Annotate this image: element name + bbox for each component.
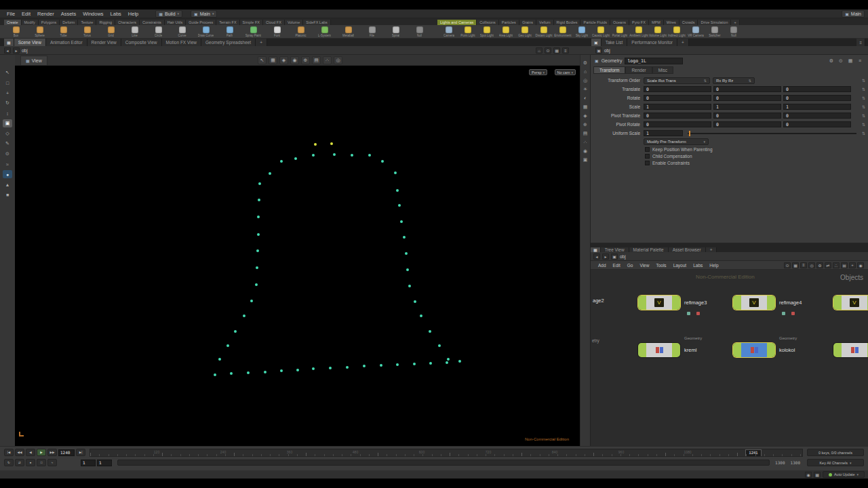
back-icon[interactable]: ◂ bbox=[593, 253, 600, 260]
sim-cache-icon[interactable]: □ bbox=[37, 459, 46, 466]
settings-gear-icon[interactable]: ⚙ bbox=[827, 57, 835, 64]
network-menu-view[interactable]: View bbox=[636, 263, 652, 268]
node-refimage3[interactable]: V bbox=[638, 296, 680, 310]
desktop-selector[interactable]: ▦ Build ▾ bbox=[155, 10, 182, 18]
add-icon[interactable]: + bbox=[849, 262, 856, 268]
overview-icon[interactable]: ◎ bbox=[808, 262, 815, 268]
pane-tab-tree-view[interactable]: Tree View bbox=[601, 247, 629, 252]
rotate-tool-icon[interactable]: ↻ bbox=[3, 99, 12, 107]
nudge-icon[interactable]: ⇅ bbox=[862, 96, 865, 100]
slider-handle[interactable] bbox=[689, 131, 690, 136]
session-chip[interactable]: ▣ Main bbox=[842, 10, 865, 18]
shelf-tool-sphere[interactable]: Sphere bbox=[28, 25, 52, 39]
add-shelf-tab-button[interactable]: + bbox=[731, 20, 739, 25]
shelf-tool-geo-light[interactable]: Geo Light bbox=[515, 25, 534, 39]
shelf-tool-line[interactable]: Line bbox=[123, 25, 146, 39]
transform-order-select[interactable]: Scale Rot Trans ⇅ bbox=[644, 77, 710, 84]
home-view-icon[interactable]: ⌂ bbox=[581, 68, 589, 75]
pane-tab-scene-view[interactable]: Scene View bbox=[14, 39, 46, 46]
network-menu-layout[interactable]: Layout bbox=[670, 263, 690, 268]
range-start-field[interactable]: 1 bbox=[81, 460, 96, 466]
network-menu-help[interactable]: Help bbox=[706, 263, 722, 268]
pose-tool-icon[interactable]: ◇ bbox=[3, 129, 12, 138]
no-cam-button[interactable]: No cam ▾ bbox=[555, 69, 576, 75]
pane-tab-composite-view[interactable]: Composite View bbox=[121, 39, 162, 46]
shading-icon[interactable]: ◐ bbox=[581, 94, 589, 102]
move-tool-icon[interactable]: + bbox=[3, 89, 12, 97]
node-input-flag[interactable] bbox=[833, 343, 842, 357]
shelf-tab-deform[interactable]: Deform bbox=[60, 20, 78, 25]
shelf-tab-collisions[interactable]: Collisions bbox=[477, 20, 499, 25]
menu-edit[interactable]: Edit bbox=[18, 11, 34, 17]
node-name-field[interactable]: logo_1L bbox=[625, 58, 683, 64]
shelf-tab-rigging[interactable]: Rigging bbox=[96, 20, 115, 25]
pane-tab-performance-monitor[interactable]: Performance Monitor bbox=[627, 39, 677, 46]
shelf-tool-volume-light[interactable]: Volume Light bbox=[648, 25, 667, 39]
uniform-scale-slider[interactable] bbox=[688, 133, 856, 134]
stop-tool-icon[interactable]: ■ bbox=[3, 190, 12, 199]
current-frame-field[interactable]: 1240 bbox=[58, 449, 75, 456]
translate-field[interactable]: 0 bbox=[644, 86, 711, 92]
go-end-button[interactable]: ▶| bbox=[76, 449, 85, 456]
snap-icon[interactable]: ◈ bbox=[581, 112, 589, 119]
layout-icon[interactable]: ▤ bbox=[581, 129, 589, 137]
node-name-label[interactable]: kolokol bbox=[779, 347, 795, 353]
snap-prim-icon[interactable]: ◉ bbox=[290, 56, 299, 64]
pivot-rotate-field[interactable]: 0 bbox=[783, 121, 851, 127]
shelf-tool-torus[interactable]: Torus bbox=[75, 25, 99, 39]
settings-gear-icon[interactable]: ⚙ bbox=[581, 59, 589, 66]
snap-point-icon[interactable]: ◈ bbox=[279, 56, 288, 64]
go-start-button[interactable]: |◀ bbox=[4, 449, 14, 456]
shelf-tool-null[interactable]: Null bbox=[724, 25, 743, 39]
audio-icon[interactable]: ≈ bbox=[47, 459, 57, 466]
shelf-tool-font[interactable]: Font bbox=[265, 25, 289, 39]
menu-labs[interactable]: Labs bbox=[107, 11, 125, 17]
select-mode-icon[interactable]: ↖ bbox=[258, 56, 267, 64]
nudge-icon[interactable]: ⇅ bbox=[862, 104, 865, 109]
up-tool-icon[interactable]: ▲ bbox=[3, 180, 12, 188]
shelf-tab-grains[interactable]: Grains bbox=[519, 20, 536, 25]
pin-params-icon[interactable]: ⊙ bbox=[837, 57, 845, 64]
translate-field[interactable]: 0 bbox=[713, 86, 781, 92]
shelf-tab-rigid-bodies[interactable]: Rigid Bodies bbox=[554, 20, 581, 25]
menu-file[interactable]: File bbox=[3, 11, 18, 17]
nudge-icon[interactable]: ⇅ bbox=[862, 78, 865, 83]
dopnet-icon[interactable]: ● bbox=[26, 459, 35, 466]
lighting-icon[interactable]: ☀ bbox=[581, 85, 589, 93]
network-menu-edit[interactable]: Edit bbox=[610, 263, 624, 268]
viewport[interactable]: Persp ▾ No cam ▾ Non-Commercial Edition bbox=[15, 66, 580, 446]
shelf-tool-sky-light[interactable]: Sky Light bbox=[572, 25, 591, 39]
grid-snap-icon[interactable]: ▦ bbox=[792, 262, 799, 268]
pin-icon[interactable]: ⊙ bbox=[784, 262, 791, 268]
shelf-tool-point-light[interactable]: Point Light bbox=[458, 25, 477, 39]
menu-icon[interactable]: ≡ bbox=[800, 262, 807, 268]
shelf-tool-curve[interactable]: Curve bbox=[170, 25, 194, 39]
update-mode-selector[interactable]: Auto Update ▾ bbox=[823, 471, 865, 478]
grid-params-icon[interactable]: ▦ bbox=[846, 57, 854, 64]
scale-tool-icon[interactable]: ↕ bbox=[3, 109, 12, 117]
node-input-flag[interactable] bbox=[733, 343, 741, 357]
add-pane-tab-button[interactable]: + bbox=[706, 247, 717, 252]
shelf-tab-lights-and-cameras[interactable]: Lights and Cameras bbox=[437, 20, 477, 25]
pivot-rotate-field[interactable]: 0 bbox=[713, 121, 781, 127]
nudge-icon[interactable]: ⇅ bbox=[862, 87, 865, 92]
shelf-tool-caustic-light[interactable]: Caustic Light bbox=[591, 25, 610, 39]
pin-icon[interactable]: ⊙ bbox=[545, 47, 551, 54]
shelf-tab-create[interactable]: Create bbox=[4, 20, 22, 25]
layout-icon[interactable]: ▤ bbox=[841, 262, 848, 268]
scene-selector[interactable]: ▣ Main ▾ bbox=[191, 10, 217, 18]
menu-render[interactable]: Render bbox=[34, 11, 58, 17]
node-input-flag[interactable] bbox=[833, 296, 842, 310]
loop-mode-icon[interactable]: ⇄ bbox=[15, 459, 24, 466]
shelf-tab-characters[interactable]: Characters bbox=[115, 20, 140, 25]
frame-view-icon[interactable]: ◎ bbox=[581, 77, 589, 84]
shelf-tool-ambient-light[interactable]: Ambient Light bbox=[629, 25, 648, 39]
param-tab-transform[interactable]: Transform bbox=[593, 66, 625, 74]
shelf-tool-path[interactable]: Path bbox=[218, 25, 241, 39]
shelf-tool-circle[interactable]: Circle bbox=[146, 25, 170, 39]
settings-gear-icon[interactable]: ⚙ bbox=[816, 262, 823, 268]
shelf-tool-platonic[interactable]: Platonic bbox=[289, 25, 313, 39]
shelf-tab-drive-simulation[interactable]: Drive Simulation bbox=[698, 20, 731, 25]
node-input-flag[interactable] bbox=[638, 343, 646, 357]
camera-persp-button[interactable]: Persp ▾ bbox=[529, 69, 547, 75]
